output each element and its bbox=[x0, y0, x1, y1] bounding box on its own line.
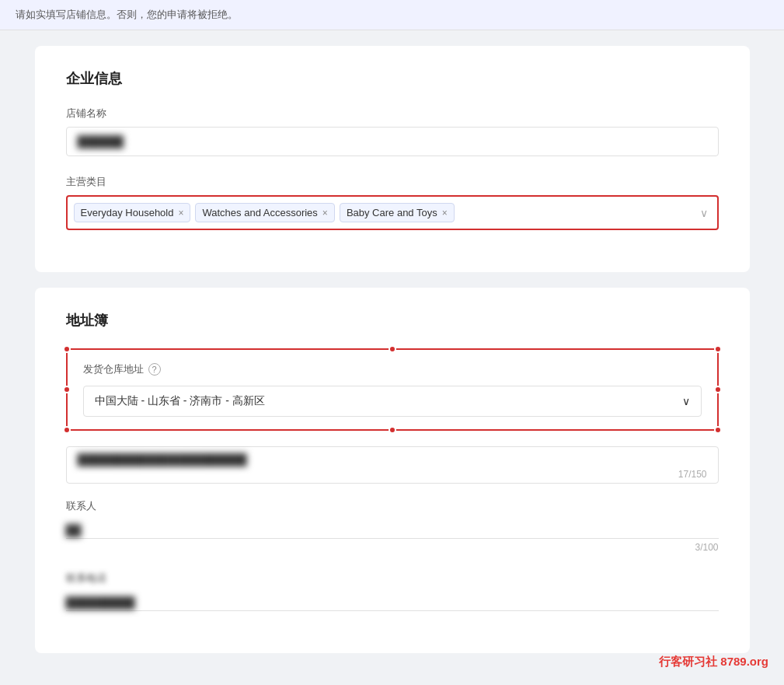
handle-tm bbox=[389, 345, 396, 353]
warehouse-address-group: 发货仓库地址 ? 中国大陆 - 山东省 - 济南市 - 高新区 ∨ bbox=[66, 348, 719, 431]
address-book-section: 地址簿 发货仓库地址 ? 中国大陆 - 山东省 - 济南市 - 高新区 ∨ bbox=[35, 288, 750, 653]
phone-label-blurred: 联系电话 bbox=[66, 572, 106, 584]
main-category-label: 主营类目 bbox=[66, 175, 719, 189]
warehouse-label: 发货仓库地址 bbox=[83, 362, 144, 376]
phone-value-blurred: █████████ bbox=[66, 596, 135, 609]
handle-mr bbox=[714, 386, 722, 393]
shop-name-input[interactable]: ██████ bbox=[66, 127, 719, 156]
address-section-title: 地址簿 bbox=[66, 311, 719, 330]
top-notice: 请如实填写店铺信息。否则，您的申请将被拒绝。 bbox=[0, 0, 784, 30]
warehouse-help-icon[interactable]: ? bbox=[148, 363, 161, 376]
warehouse-chevron-icon: ∨ bbox=[682, 395, 690, 407]
tag-remove-watches-accessories[interactable]: × bbox=[322, 208, 328, 218]
warehouse-select[interactable]: 中国大陆 - 山东省 - 济南市 - 高新区 ∨ bbox=[83, 386, 702, 417]
handle-ml bbox=[63, 386, 71, 393]
contact-label: 联系人 bbox=[66, 499, 719, 513]
handle-bm bbox=[389, 426, 396, 434]
tag-label-everyday-household: Everyday Household bbox=[81, 207, 174, 218]
tag-label-watches-accessories: Watches and Accessories bbox=[202, 207, 317, 218]
warehouse-label-row: 发货仓库地址 ? bbox=[83, 362, 702, 376]
shop-name-group: 店铺名称 ██████ bbox=[66, 107, 719, 156]
contact-char-count: 3/100 bbox=[66, 542, 719, 553]
watermark: 行客研习社 8789.org bbox=[659, 655, 768, 669]
address-char-count: 17/150 bbox=[78, 469, 707, 480]
tag-baby-care-toys[interactable]: Baby Care and Toys × bbox=[340, 203, 455, 222]
shop-name-blurred: ██████ bbox=[78, 135, 124, 148]
tag-everyday-household[interactable]: Everyday Household × bbox=[74, 203, 191, 222]
handle-br bbox=[714, 426, 722, 434]
tag-label-baby-care-toys: Baby Care and Toys bbox=[347, 207, 437, 218]
tag-remove-baby-care-toys[interactable]: × bbox=[442, 208, 448, 218]
address-detail-input[interactable]: ██████████████████████ bbox=[78, 453, 707, 466]
warehouse-select-value: 中国大陆 - 山东省 - 济南市 - 高新区 bbox=[95, 394, 265, 408]
tag-watches-accessories[interactable]: Watches and Accessories × bbox=[195, 203, 334, 222]
notice-text: 请如实填写店铺信息。否则，您的申请将被拒绝。 bbox=[16, 9, 238, 20]
handle-bl bbox=[63, 426, 71, 434]
shop-name-label: 店铺名称 bbox=[66, 107, 719, 121]
tag-remove-everyday-household[interactable]: × bbox=[178, 208, 183, 218]
address-detail-group: ██████████████████████ 17/150 bbox=[66, 446, 719, 484]
phone-label: 联系电话 bbox=[66, 571, 719, 585]
main-category-group: 主营类目 Everyday Household × Watches and Ac… bbox=[66, 175, 719, 230]
category-select[interactable]: Everyday Household × Watches and Accesso… bbox=[66, 195, 719, 230]
contact-group: 联系人 ██ 3/100 bbox=[66, 499, 719, 553]
address-detail-blurred: ██████████████████████ bbox=[78, 453, 247, 466]
category-chevron-icon: ∨ bbox=[700, 207, 708, 219]
business-section-title: 企业信息 bbox=[66, 69, 719, 88]
business-info-section: 企业信息 店铺名称 ██████ 主营类目 Everyday Household… bbox=[35, 46, 750, 272]
handle-tr bbox=[714, 345, 722, 353]
contact-value-blurred: ██ bbox=[66, 524, 82, 536]
handle-tl bbox=[63, 345, 71, 353]
phone-group: 联系电话 █████████ bbox=[66, 571, 719, 611]
